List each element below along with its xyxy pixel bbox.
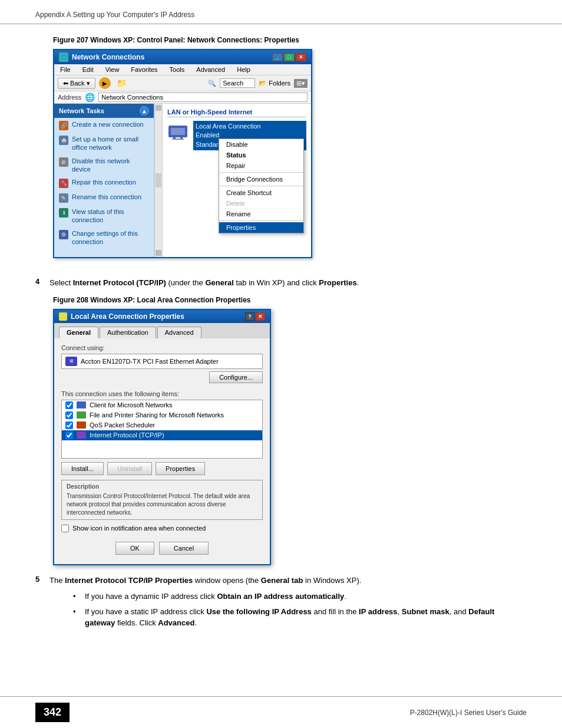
step5-number: 5 [35, 575, 45, 633]
description-title: Description [67, 483, 257, 491]
winxp-titlebar: 🌐 Network Connections _ □ ✕ [54, 50, 311, 64]
back-button[interactable]: ⬅ Back ▾ [58, 78, 95, 89]
advanced-bold: Advanced [158, 618, 194, 627]
label-client: Client for Microsoft Networks [90, 401, 173, 409]
subnet-bold: Subnet mask [402, 607, 449, 616]
menu-bar: File Edit View Favorites Tools Advanced … [54, 64, 311, 75]
task-create-connection[interactable]: 🔗 Create a new connection [54, 118, 154, 133]
checkbox-fileprint[interactable] [65, 411, 73, 419]
menu-edit[interactable]: Edit [80, 65, 96, 74]
context-menu: Disable Status Repair Bridge Connections… [219, 139, 304, 233]
right-panel: LAN or High-Speed Internet Loca [163, 104, 311, 257]
task-disable-network[interactable]: ⊘ Disable this network device [54, 154, 154, 176]
ok-button[interactable]: OK [115, 542, 154, 555]
icon-qos [77, 421, 86, 429]
page-content: Figure 207 Windows XP: Control Panel: Ne… [0, 24, 562, 675]
adapter-icon: ⊞ [65, 357, 77, 366]
task-repair[interactable]: 🔧 Repair this connection [54, 176, 154, 190]
address-bar: Address 🌐 Network Connections [54, 91, 311, 104]
list-item-tcpip[interactable]: Internet Protocol (TCP/IP) [62, 430, 262, 440]
dialog-tabs: General Authentication Advanced [54, 323, 270, 338]
menu-help[interactable]: Help [234, 65, 253, 74]
search-input[interactable] [220, 78, 255, 88]
ctx-repair[interactable]: Repair [219, 160, 303, 171]
task-home-network[interactable]: 🏠 Set up a home or small office network [54, 133, 154, 154]
adapter-name: Accton EN1207D-TX PCI Fast Ethernet Adap… [81, 358, 219, 365]
uninstall-button: Uninstall [107, 462, 152, 475]
tab-authentication[interactable]: Authentication [100, 327, 156, 338]
header-text: Appendix A Setting up Your Computer's IP… [35, 11, 194, 19]
left-scrollbar [154, 104, 163, 257]
dialog-help-button[interactable]: ? [245, 312, 254, 321]
notify-label: Show icon in notification area when conn… [72, 525, 206, 532]
task-icon-home: 🏠 [59, 136, 68, 145]
connect-using-label: Connect using: [61, 344, 263, 351]
address-value[interactable]: Network Connections [98, 93, 308, 102]
dialog-title-icon [59, 312, 67, 321]
menu-file[interactable]: File [58, 65, 73, 74]
step5-text: The Internet Protocol TCP/IP Properties … [49, 575, 527, 633]
folder-up-icon: 📁 [117, 78, 127, 88]
ctx-status[interactable]: Status [219, 150, 303, 160]
task-icon-rename: ✎ [59, 193, 68, 203]
menu-favorites[interactable]: Favorites [128, 65, 160, 74]
step4-block: 4 Select Internet Protocol (TCP/IP) (und… [35, 277, 527, 289]
menu-tools[interactable]: Tools [167, 65, 187, 74]
label-tcpip: Internet Protocol (TCP/IP) [90, 431, 164, 439]
step4-bold1: Internet Protocol (TCP/IP) [73, 278, 166, 287]
properties-button[interactable]: Properties [156, 462, 205, 475]
tab-advanced[interactable]: Advanced [157, 327, 201, 338]
window-icon: 🌐 [59, 52, 68, 62]
network-tasks-header: Network Tasks ▲ [54, 104, 154, 118]
ctx-properties[interactable]: Properties [219, 222, 303, 233]
bullet-dot-2: • [73, 606, 80, 629]
ctx-shortcut[interactable]: Create Shortcut [219, 187, 303, 198]
window-title: Network Connections [72, 53, 144, 61]
step4-text: Select Internet Protocol (TCP/IP) (under… [49, 277, 359, 289]
tab-general[interactable]: General [59, 327, 98, 338]
bullet-text-1: If you have a dynamic IP address click O… [85, 591, 346, 602]
label-qos: QoS Packet Scheduler [90, 421, 155, 429]
install-button[interactable]: Install... [61, 462, 104, 475]
task-rename-label: Rename this connection [72, 193, 141, 201]
close-button[interactable]: ✕ [296, 53, 306, 61]
address-label: Address [58, 94, 81, 101]
titlebar-buttons: _ □ ✕ [272, 53, 306, 61]
lan-section-header: LAN or High-Speed Internet [167, 108, 306, 117]
collapse-button[interactable]: ▲ [140, 106, 149, 116]
svg-rect-4 [172, 139, 184, 140]
titlebar-title: 🌐 Network Connections [59, 52, 144, 62]
menu-view[interactable]: View [103, 65, 122, 74]
dialog-title-text: Local Area Connection Properties [71, 312, 184, 321]
checkbox-tcpip[interactable] [65, 431, 73, 439]
configure-button[interactable]: Configure... [209, 371, 263, 383]
step5-bold1: Internet Protocol TCP/IP Properties [65, 576, 193, 585]
bullet-dot-1: • [73, 591, 80, 602]
figure208-dialog: Local Area Connection Properties ? ✕ Gen… [53, 309, 271, 565]
network-connections-window: 🌐 Network Connections _ □ ✕ File Edit Vi… [53, 49, 312, 258]
task-settings-label: Change settings of this connection [72, 229, 149, 246]
use-following-bold: Use the following IP Address [206, 607, 311, 616]
ctx-disable[interactable]: Disable [219, 139, 303, 150]
task-rename[interactable]: ✎ Rename this connection [54, 190, 154, 205]
cancel-button[interactable]: Cancel [159, 542, 209, 555]
ok-cancel-row: OK Cancel [61, 538, 263, 558]
bullet-item-dynamic: • If you have a dynamic IP address click… [73, 591, 527, 602]
checkbox-client[interactable] [65, 401, 73, 409]
maximize-button[interactable]: □ [284, 53, 295, 61]
dialog-close-button[interactable]: ✕ [256, 312, 265, 321]
step4-number: 4 [35, 277, 45, 289]
menu-advanced[interactable]: Advanced [194, 65, 227, 74]
task-view-status[interactable]: ℹ View status of this connection [54, 205, 154, 227]
minimize-button[interactable]: _ [272, 53, 283, 61]
notify-checkbox[interactable] [61, 525, 69, 532]
page-number: 342 [35, 703, 70, 722]
items-list: Client for Microsoft Networks File and P… [61, 400, 263, 459]
adapter-box: ⊞ Accton EN1207D-TX PCI Fast Ethernet Ad… [61, 354, 263, 369]
ctx-bridge[interactable]: Bridge Connections [219, 174, 303, 185]
task-change-settings[interactable]: ⚙ Change settings of this connection [54, 227, 154, 249]
views-button[interactable]: ⊞▾ [294, 79, 308, 88]
ctx-rename[interactable]: Rename [219, 209, 303, 219]
search-label: 🔍 [208, 80, 216, 87]
checkbox-qos[interactable] [65, 421, 73, 429]
